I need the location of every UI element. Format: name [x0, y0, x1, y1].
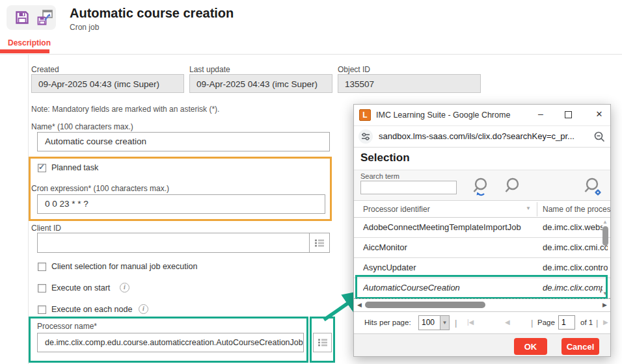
sort-arrow-icon[interactable]: ▼	[526, 205, 531, 211]
save-and-close-icon	[36, 9, 53, 26]
cell-processor-name[interactable]: de.imc.clix.cmi.cor	[543, 242, 608, 252]
save-button[interactable]	[14, 10, 30, 28]
column-header-processor-identifier[interactable]: Processor identifier	[363, 205, 430, 214]
pagination-separator: |	[531, 318, 533, 328]
cell-processor-name[interactable]: de.imc.clix.webserv	[543, 222, 602, 232]
client-id-input[interactable]	[37, 233, 330, 253]
table-row[interactable]: AdobeConnectMeetingTemplateImportJob de.…	[354, 218, 610, 238]
execute-on-each-node-label: Execute on each node	[51, 305, 132, 314]
cell-processor-name[interactable]: de.imc.clix.comp.e	[543, 283, 602, 292]
cancel-button[interactable]: Cancel	[561, 338, 599, 355]
client-id-selector-button[interactable]	[309, 233, 329, 252]
table-row[interactable]: AiccMonitor de.imc.clix.cmi.cor	[354, 238, 610, 258]
list-selector-icon	[314, 239, 325, 248]
page-label: Page	[537, 318, 555, 326]
column-divider[interactable]	[537, 202, 537, 216]
site-settings-icon[interactable]	[358, 129, 373, 144]
next-page-button[interactable]: ▶	[603, 318, 608, 326]
ok-button[interactable]: OK	[514, 338, 547, 355]
cron-label: Cron expression* (100 characters max.)	[31, 184, 169, 193]
checkmark-icon: ✓	[38, 162, 45, 172]
page-title: Automatic course creation	[70, 6, 234, 21]
page-subtitle: Cron job	[70, 23, 99, 32]
hits-per-page-label: Hits per page:	[364, 318, 411, 326]
search-term-label: Search term	[360, 172, 399, 180]
name-input[interactable]: Automatic course creation	[37, 132, 330, 151]
table-row[interactable]: AsyncUpdater de.imc.clix.control.	[354, 258, 610, 278]
cell-processor-name[interactable]: de.imc.clix.control.	[543, 263, 608, 272]
search-icon[interactable]	[504, 177, 522, 196]
planned-task-label: Planned task	[51, 163, 98, 172]
execute-on-start-checkbox[interactable]	[38, 284, 46, 292]
processor-name-label: Processor name*	[37, 322, 97, 331]
cell-processor-identifier[interactable]: AiccMonitor	[363, 242, 534, 252]
vertical-scroll-thumb[interactable]	[602, 226, 608, 246]
scroll-right-icon[interactable]: ▶	[602, 302, 607, 308]
last-update-label: Last update	[189, 65, 230, 74]
selection-heading: Selection	[360, 151, 410, 164]
tabbar-divider	[0, 54, 622, 55]
created-label: Created	[31, 65, 59, 74]
processor-name-input[interactable]: de.imc.clix.comp.edu.course.automaticcre…	[37, 333, 304, 352]
first-page-button[interactable]: |◀	[467, 318, 474, 326]
table-header-row: Processor identifier ▼ Name of the proce…	[354, 201, 610, 218]
pagination-separator: |	[455, 318, 457, 328]
imc-logo-icon: L	[359, 109, 371, 121]
pagination-separator: |	[596, 318, 598, 328]
save-and-close-button[interactable]	[36, 9, 53, 29]
horizontal-scroll-thumb[interactable]	[365, 302, 485, 308]
execute-on-start-label: Execute on start	[51, 283, 110, 292]
client-selection-label: Client selection for manual job executio…	[51, 262, 197, 271]
of-pages-label: of 1	[580, 318, 593, 326]
close-button[interactable]: ✕	[594, 109, 604, 119]
previous-page-button[interactable]: ◀	[505, 318, 510, 326]
execute-on-start-info-icon[interactable]: i	[120, 283, 129, 292]
maximize-button[interactable]	[565, 111, 572, 118]
client-selection-checkbox[interactable]	[38, 263, 46, 271]
execute-on-each-node-checkbox[interactable]	[38, 306, 46, 314]
page-number-input[interactable]	[558, 315, 575, 330]
popup-titlebar[interactable]: L IMC Learning Suite - Google Chrome – ✕	[354, 105, 610, 126]
search-execute-icon[interactable]	[472, 177, 492, 198]
table-row-selected[interactable]: AutomaticCourseCreation de.imc.clix.comp…	[354, 278, 610, 298]
scroll-down-icon[interactable]: ▼	[602, 291, 608, 296]
cell-processor-identifier[interactable]: AutomaticCourseCreation	[363, 283, 534, 292]
mandatory-note: Note: Mandatory fields are marked with a…	[31, 105, 219, 114]
cron-input[interactable]: 0 0 23 * * ?	[37, 194, 325, 214]
cell-processor-identifier[interactable]: AdobeConnectMeetingTemplateImportJob	[363, 222, 534, 232]
save-icon	[14, 10, 30, 25]
hits-per-page-value: 100	[419, 316, 440, 330]
zoom-out-icon[interactable]	[593, 131, 606, 143]
horizontal-scrollbar[interactable]: ◀ ▶	[354, 299, 610, 311]
last-update-value: 09-Apr-2025 04:43 (imc Super)	[189, 74, 332, 93]
app-root: Automatic course creation Cron job Descr…	[0, 0, 622, 364]
execute-on-each-node-info-icon[interactable]: i	[139, 304, 148, 314]
created-value: 09-Apr-2025 04:43 (imc Super)	[31, 74, 184, 93]
search-term-input[interactable]	[360, 181, 457, 194]
popup-footer: OK Cancel	[354, 333, 610, 356]
vertical-scrollbar[interactable]: ▲ ▼	[602, 219, 610, 297]
popup-window-title: IMC Learning Suite - Google Chrome	[376, 110, 510, 120]
search-panel: Search term	[354, 170, 610, 201]
popup-window: L IMC Learning Suite - Google Chrome – ✕…	[353, 104, 611, 357]
chevron-down-icon: ▼	[440, 316, 449, 330]
list-selector-icon	[318, 338, 328, 347]
object-id-value: 135507	[338, 74, 481, 93]
planned-task-checkbox[interactable]: ✓	[38, 164, 46, 172]
hits-per-page-select[interactable]: 100 ▼	[418, 315, 450, 330]
tab-description[interactable]: Description	[8, 38, 51, 47]
scroll-left-icon[interactable]: ◀	[357, 302, 362, 308]
popup-addressbar[interactable]: sandbox.lms-saas.com/ils/clix.do?searchK…	[354, 126, 610, 148]
client-id-label: Client ID	[31, 224, 61, 233]
cell-processor-identifier[interactable]: AsyncUpdater	[363, 263, 534, 272]
scroll-up-icon[interactable]: ▲	[602, 219, 608, 225]
advanced-search-icon[interactable]	[583, 177, 605, 198]
toolbar	[7, 5, 56, 30]
tab-active-indicator	[0, 49, 49, 53]
column-header-processor-name[interactable]: Name of the processor cl	[543, 205, 610, 214]
name-label: Name* (100 characters max.)	[31, 122, 133, 131]
pagination-bar: Hits per page: 100 ▼ | |◀ ◀ | Page of 1 …	[354, 311, 610, 333]
minimize-button[interactable]: –	[535, 109, 546, 119]
url-text[interactable]: sandbox.lms-saas.com/ils/clix.do?searchK…	[379, 131, 575, 141]
processor-selector-button[interactable]	[313, 333, 332, 352]
